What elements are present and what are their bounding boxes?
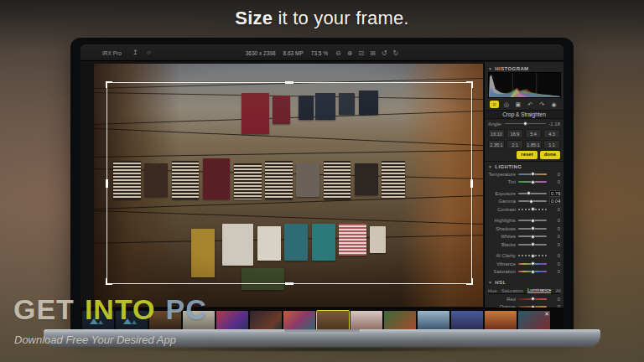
slider-track[interactable] [518,209,547,210]
slider-knob[interactable] [531,207,535,211]
laptop-screen: IRX Pro ↥○ 3630 x 2398 8.63 MP 73.5 % ⊖⊕… [70,38,574,333]
image-dimensions: 3630 x 2398 [246,50,276,56]
settings-icon[interactable]: ○ [147,49,151,56]
slider-track[interactable] [518,235,547,237]
close-thumb-icon[interactable]: ✕ [544,311,549,318]
slider-knob[interactable] [531,261,535,266]
crop-tool-icon[interactable]: ⌗ [490,101,499,108]
hsl-tab-luminance[interactable]: Luminance [527,287,551,294]
crop-handle-top[interactable] [285,81,293,84]
slider-value: 0 [549,226,560,231]
angle-slider[interactable] [505,123,546,125]
thumb-chameleon[interactable] [384,311,416,331]
slider-track[interactable] [518,244,547,246]
zoom-in-icon[interactable]: ⊕ [347,49,353,57]
zoom-out-icon[interactable]: ⊖ [335,49,341,57]
crop-handle-bottom-right[interactable] [466,278,473,285]
slider-track[interactable] [518,200,547,202]
thumb-graffiti[interactable] [216,311,248,331]
slider-track[interactable] [518,271,547,272]
ratio-button-2-35-1[interactable]: 2.35:1 [488,140,505,149]
slider-knob[interactable] [527,191,531,195]
slider-label: Saturation [488,269,516,274]
slider-knob[interactable] [531,235,535,239]
ratio-button-4-3[interactable]: 4:3 [543,129,560,138]
ratio-button-16-9[interactable]: 16:9 [506,129,523,138]
slider-label: Contrast [488,207,516,212]
crop-handle-top-right[interactable] [466,81,473,88]
headline: Size it to your frame. [0,8,644,29]
zoom-level[interactable]: 73.5 % [311,50,328,56]
ratio-button-1-85-1[interactable]: 1.85:1 [525,140,542,149]
thumb-clothesline-selected[interactable] [317,311,349,331]
clothesline-photo [94,64,483,307]
watermark-word: GET [13,293,75,325]
thumb-partial[interactable]: ✕ [518,311,550,331]
slider-knob[interactable] [529,199,533,204]
slider-track[interactable] [518,193,547,194]
thumb-dark-festival[interactable] [250,311,282,331]
thumb-blossom-tree[interactable] [351,311,382,331]
undo-icon[interactable]: ↺ [382,49,387,57]
export-icon[interactable]: ↥ [132,49,138,56]
hsl-tab-all[interactable]: All [555,288,560,293]
redo-tool-icon[interactable]: ↷ [538,101,547,108]
preview-eye-icon[interactable]: ◉ [549,101,558,108]
editor-canvas[interactable] [80,62,484,308]
slider-knob[interactable] [531,270,535,274]
aspect-ratio-grid: 16:1016:95:44:32.35:12:11.85:11:1 [488,129,560,149]
slider-knob[interactable] [531,254,535,258]
angle-row: Angle: -1.18 [488,119,560,128]
slider-knob[interactable] [531,219,535,223]
slider-track[interactable] [518,228,547,230]
lighting-header[interactable]: ▼ LIGHTING [488,163,560,170]
reset-button[interactable]: reset [517,151,537,159]
ratio-button-2-1[interactable]: 2:1 [506,140,523,149]
angle-label: Angle: [488,122,502,127]
slider-track[interactable] [518,173,547,175]
angle-knob[interactable] [523,122,527,126]
crop-handle-top-left[interactable] [106,81,112,88]
slider-label: Red [488,297,516,302]
actual-size-icon[interactable]: ⊞ [370,49,376,57]
hsl-tab-hue[interactable]: Hue [488,288,497,293]
slider-row-shadows: Shadows0 [488,225,560,233]
slider-track[interactable] [518,263,547,265]
done-button[interactable]: done [540,151,560,159]
hsl-header[interactable]: ▼ HSL [488,278,560,286]
crop-handle-bottom-left[interactable] [106,278,112,285]
slider-knob[interactable] [531,172,535,176]
slider-track[interactable] [518,181,547,183]
crop-handle-right[interactable] [470,179,473,188]
slider-track[interactable] [518,220,547,221]
redo-icon[interactable]: ↻ [393,49,399,57]
crop-rectangle[interactable] [106,82,472,284]
ratio-button-1-1[interactable]: 1:1 [543,140,560,149]
watermark-getintopc: GETINTOPC [13,293,217,326]
slider-track[interactable] [518,255,547,256]
slider-knob[interactable] [531,297,535,301]
crop-handle-left[interactable] [106,179,108,188]
crop-handle-bottom[interactable] [285,282,293,285]
crop-buttons: reset done [488,151,560,159]
thumb-canyon[interactable] [485,311,517,331]
slider-knob[interactable] [531,180,535,184]
fit-screen-icon[interactable]: ⊡ [358,49,364,57]
slider-knob[interactable] [531,242,535,246]
slider-knob[interactable] [531,226,535,230]
heal-tool-icon[interactable]: ◎ [501,101,511,108]
slider-value: 0 [549,261,560,266]
slider-track[interactable] [518,298,547,300]
laptop-notch [284,329,360,334]
histogram-header[interactable]: ▼ HISTOGRAM [488,65,560,72]
ratio-button-16-10[interactable]: 16:10 [488,129,505,138]
hsl-tab-saturation[interactable]: Saturation [501,288,523,293]
clone-tool-icon[interactable]: ▣ [513,101,522,108]
ratio-button-5-4[interactable]: 5:4 [525,129,542,138]
slider-label: Whites [488,234,516,239]
thumb-balloon-lake[interactable] [418,311,449,331]
thumb-temple[interactable] [451,311,483,331]
thumb-carnival[interactable] [283,311,315,331]
view-icons: ⊖⊕⊡⊞↺↻ [335,49,398,57]
undo-tool-icon[interactable]: ↶ [526,101,535,108]
